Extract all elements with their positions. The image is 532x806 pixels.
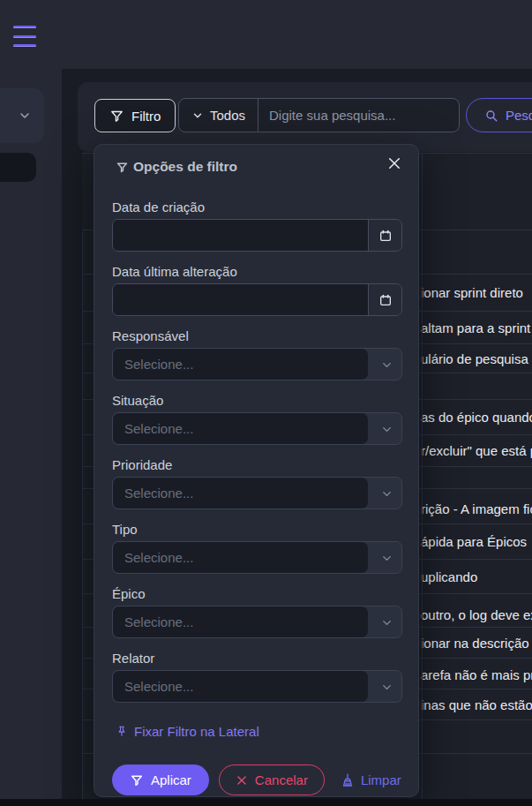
search-button[interactable]: Pesquisar: [466, 98, 532, 132]
situacao-select[interactable]: Selecione...: [112, 412, 402, 445]
cancel-button[interactable]: Cancelar: [219, 765, 325, 795]
chevron-down-icon: [191, 109, 204, 122]
field-label: Tipo: [112, 523, 402, 537]
field-situacao: Situação Selecione...: [112, 394, 402, 445]
pin-filter-link[interactable]: Fixar Filtro na Lateral: [116, 724, 259, 739]
filter-fields: Data de criação Data última alteração Re…: [112, 200, 402, 716]
panel-footer: Aplicar Cancelar Limpar: [112, 765, 401, 795]
tipo-select[interactable]: Selecione...: [112, 541, 402, 574]
field-data-ultima-alteracao: Data última alteração: [112, 265, 402, 316]
calendar-icon[interactable]: [368, 284, 401, 315]
sidebar: [0, 69, 62, 806]
select-placeholder: Selecione...: [113, 671, 368, 702]
field-tipo: Tipo Selecione...: [112, 523, 402, 574]
chevron-down-icon: [380, 423, 393, 436]
relator-select[interactable]: Selecione...: [112, 670, 402, 703]
select-placeholder: Selecione...: [113, 349, 368, 380]
date-input-wrap: [112, 219, 402, 252]
field-responsavel: Responsável Selecione...: [112, 329, 402, 380]
sidebar-collapsed-panel[interactable]: [0, 88, 44, 143]
clear-button[interactable]: Limpar: [340, 765, 401, 795]
field-label: Responsável: [112, 329, 402, 343]
field-data-de-criacao: Data de criação: [112, 200, 402, 252]
scope-dropdown-label: Todos: [210, 108, 245, 123]
chevron-down-icon[interactable]: [18, 109, 32, 123]
field-label: Situação: [112, 394, 402, 408]
close-x-icon: [236, 774, 248, 787]
date-input-wrap: [112, 283, 402, 316]
chevron-down-icon: [380, 358, 393, 372]
close-icon[interactable]: [386, 154, 406, 173]
filter-button-label: Filtro: [131, 109, 161, 124]
top-bar: [0, 0, 532, 69]
clear-button-label: Limpar: [361, 772, 401, 787]
funnel-icon: [130, 773, 144, 787]
select-placeholder: Selecione...: [113, 606, 368, 637]
select-placeholder: Selecione...: [113, 413, 368, 444]
prioridade-select[interactable]: Selecione...: [112, 477, 402, 509]
field-epico: Épico Selecione...: [112, 587, 402, 638]
field-relator: Relator Selecione...: [112, 652, 402, 703]
chevron-down-icon: [380, 552, 393, 565]
select-placeholder: Selecione...: [113, 478, 368, 508]
scope-dropdown[interactable]: Todos: [179, 99, 258, 132]
toolbar-card: Filtro Todos Pesquisar: [78, 82, 532, 152]
search-group: Todos: [178, 98, 460, 132]
bottom-scrollbar-track[interactable]: [0, 799, 532, 806]
calendar-icon[interactable]: [368, 220, 401, 251]
pushpin-icon: [116, 725, 128, 738]
field-label: Data última alteração: [112, 265, 402, 279]
apply-button-label: Aplicar: [151, 772, 191, 787]
responsavel-select[interactable]: Selecione...: [112, 348, 402, 380]
pin-filter-label: Fixar Filtro na Lateral: [134, 724, 259, 739]
funnel-icon: [109, 109, 124, 124]
panel-title: Opções de filtro: [133, 159, 237, 175]
last-change-date-input[interactable]: [113, 284, 368, 315]
search-button-label: Pesquisar: [506, 108, 532, 123]
field-label: Data de criação: [112, 200, 402, 215]
funnel-icon: [116, 161, 129, 174]
filter-options-panel: Opções de filtro Data de criação Data úl…: [94, 144, 419, 797]
field-prioridade: Prioridade Selecione...: [112, 458, 402, 509]
panel-header: Opções de filtro: [116, 159, 237, 175]
filter-button[interactable]: Filtro: [94, 99, 176, 132]
search-icon: [484, 109, 498, 123]
table-left-border: [82, 232, 83, 799]
field-label: Épico: [112, 587, 402, 601]
epico-select[interactable]: Selecione...: [112, 606, 402, 638]
chevron-down-icon: [380, 616, 393, 629]
field-label: Relator: [112, 652, 402, 666]
hamburger-menu-icon[interactable]: [13, 26, 36, 47]
search-input[interactable]: [259, 99, 459, 132]
field-label: Prioridade: [112, 458, 402, 472]
broom-icon: [340, 772, 356, 788]
chevron-down-icon: [380, 487, 393, 501]
creation-date-input[interactable]: [113, 220, 368, 251]
select-placeholder: Selecione...: [113, 542, 368, 573]
table-column-divider: [422, 154, 423, 799]
cancel-button-label: Cancelar: [255, 772, 308, 787]
chevron-down-icon: [380, 681, 393, 694]
apply-button[interactable]: Aplicar: [112, 765, 209, 795]
sidebar-collapsed-item[interactable]: [0, 153, 36, 182]
